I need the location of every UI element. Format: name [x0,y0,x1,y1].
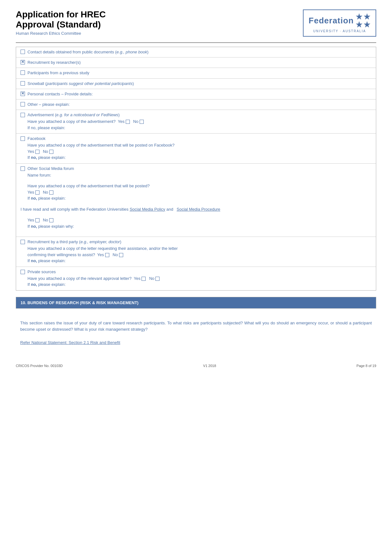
third-party-block: Recruitment by a third party (e.g., empl… [16,237,376,267]
federation-logo: Federation UNIVERSITY · AUSTRALIA [303,9,376,37]
cb-other-social[interactable] [21,166,25,171]
cb-previous-study[interactable] [21,70,25,75]
row-previous-study: Participants from a previous study [16,68,376,78]
cb-private-yes[interactable] [142,277,146,281]
other-social-title: Other Social Media forum [27,166,74,171]
other-social-question: Have you attached a copy of the advertis… [27,183,371,189]
advertisement-ifno: If no, please explain: [27,125,371,131]
text-other: Other – please explain: [27,102,371,107]
cb-other[interactable] [21,102,25,106]
cb-other-social-no[interactable] [49,190,53,195]
cb-snowball[interactable] [21,81,25,86]
cb-other-social-yes[interactable] [35,190,39,195]
advertisement-block: Advertisement (e.g. for a noticeboard or… [16,110,376,134]
third-party-line2: confirming their willingness to assist? … [27,252,371,258]
private-sources-line1: Have you attached a copy of the relevant… [27,275,371,282]
cb-facebook-no[interactable] [49,150,53,154]
cb-third-yes[interactable] [105,253,109,257]
logo-star-4 [364,21,371,28]
facebook-title: Facebook [27,136,45,141]
private-sources-title: Private sources [27,269,56,274]
cb-policy-yes[interactable] [35,218,39,222]
row-other: Other – please explain: [16,99,376,110]
text-personal-contacts: Personal contacts – Provide details: [27,91,371,97]
logo-sub-text: UNIVERSITY · AUSTRALIA [313,29,366,33]
social-media-procedure-link[interactable]: Social Media Procedure [177,207,220,212]
cb-policy-no[interactable] [49,218,53,222]
cb-third-party[interactable] [21,240,25,244]
section10-text: This section raises the issue of your du… [20,320,372,333]
text-previous-study: Participants from a previous study [27,70,371,76]
logo-star-2 [364,13,371,20]
facebook-ifno: If no, please explain: [27,154,371,161]
cb-facebook-yes[interactable] [35,150,39,154]
header-subtitle: Human Research Ethics Committee [16,31,106,36]
row-personal-contacts: Personal contacts – Provide details: [16,89,376,99]
row-contact-details: Contact details obtained from public doc… [16,47,376,57]
row-snowball: Snowball (participants suggest other pot… [16,79,376,89]
row-researcher: Recruitment by researcher(s) [16,57,376,68]
other-social-ifno: If no, please explain: [27,195,371,202]
section10-body: This section raises the issue of your du… [16,315,376,351]
page-number: Page 8 of 19 [357,364,376,368]
other-social-yes-no: Yes No [27,189,371,196]
cb-personal-contacts[interactable] [21,92,25,96]
advertisement-line1: Have you attached a copy of the advertis… [27,118,371,125]
logo-area: Federation UNIVERSITY · AUSTRALIA [303,9,376,37]
page-header: Application for HREC Approval (Standard)… [16,9,376,37]
page-title: Application for HREC Approval (Standard) [16,9,106,30]
logo-fed-text: Federation [309,16,354,26]
text-contact-details: Contact details obtained from public doc… [27,49,371,55]
third-party-title: Recruitment by a third party (e.g., empl… [27,239,121,244]
text-researcher: Recruitment by researcher(s) [27,60,371,65]
section10-box: 10. BURDENS OF RESEARCH (RISK & RISK MAN… [16,297,376,309]
advertisement-title: Advertisement (e.g. for a noticeboard or… [27,112,120,117]
page-footer: CRICOS Provider No. 00103D V1 2018 Page … [16,364,376,368]
national-statement-link[interactable]: Refer National Statement: Section 2.1 Ri… [20,340,120,345]
cb-private-no[interactable] [155,277,160,281]
cricos-text: CRICOS Provider No. 00103D [16,364,63,368]
cb-advertisement[interactable] [21,113,25,117]
facebook-block: Facebook Have you attached a copy of the… [16,134,376,164]
recruitment-methods-box: Contact details obtained from public doc… [16,47,376,291]
logo-star-1 [356,13,363,20]
cb-researcher[interactable] [21,60,25,64]
social-policy-text: I have read and will comply with the Fed… [21,206,371,213]
third-party-ifno: If no, please explain: [27,258,371,264]
cb-advert-no[interactable] [140,120,144,124]
private-sources-ifno: If no, please explain: [27,281,371,288]
other-social-block: Other Social Media forum Name forum: Hav… [16,164,376,237]
social-policy-ifno: If no, please explain why: [27,223,371,230]
version-text: V1 2018 [203,364,216,368]
social-media-policy-link[interactable]: Social Media Policy [130,207,165,212]
cb-advert-yes[interactable] [126,120,130,124]
cb-third-no[interactable] [119,253,123,257]
cb-facebook[interactable] [21,136,25,141]
cb-private-sources[interactable] [21,270,25,274]
private-sources-block: Private sources Have you attached a copy… [16,267,376,290]
other-social-name-forum: Name forum: [27,172,371,178]
cb-contact-details[interactable] [21,50,25,54]
text-snowball: Snowball (participants suggest other pot… [27,81,371,87]
facebook-yes-no: Yes No [27,148,371,155]
facebook-line1: Have you attached a copy of the advertis… [27,142,371,148]
social-policy-yes-no: Yes No [27,217,371,223]
logo-star-3 [356,21,363,28]
title-block: Application for HREC Approval (Standard)… [16,9,106,36]
third-party-line1: Have you attached a copy of the letter r… [27,245,371,252]
header-divider [16,42,376,43]
section10-header: 10. BURDENS OF RESEARCH (RISK & RISK MAN… [16,297,376,308]
